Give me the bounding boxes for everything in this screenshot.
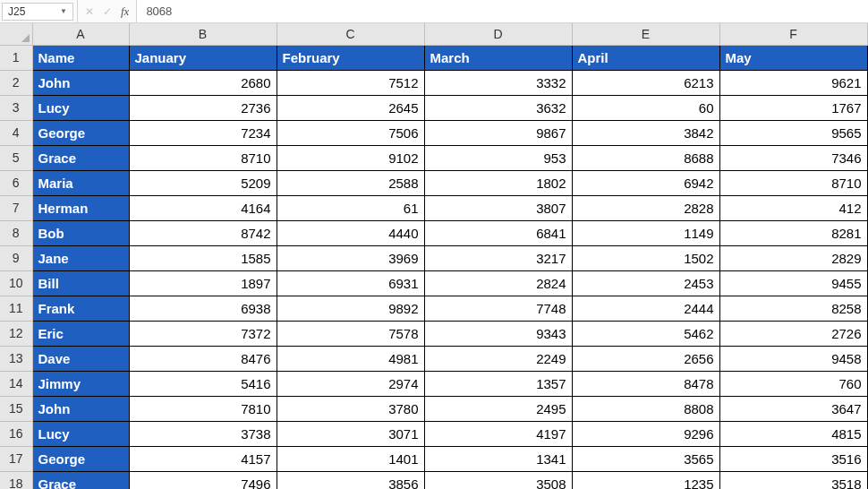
data-cell[interactable]: 8478: [572, 371, 719, 396]
data-cell[interactable]: 5416: [129, 371, 277, 396]
row-header[interactable]: 15: [0, 396, 32, 421]
name-cell[interactable]: Grace: [32, 145, 129, 170]
data-cell[interactable]: 8808: [572, 396, 719, 421]
name-cell[interactable]: Bob: [32, 220, 129, 245]
column-header[interactable]: F: [719, 23, 867, 45]
data-cell[interactable]: 2588: [277, 170, 424, 195]
data-cell[interactable]: 9867: [424, 120, 572, 145]
data-cell[interactable]: 3518: [719, 471, 867, 489]
data-cell[interactable]: 8476: [129, 346, 277, 371]
name-cell[interactable]: John: [32, 70, 129, 95]
data-cell[interactable]: 8710: [129, 145, 277, 170]
data-cell[interactable]: 4981: [277, 346, 424, 371]
data-cell[interactable]: 9102: [277, 145, 424, 170]
data-cell[interactable]: 2736: [129, 95, 277, 120]
row-header[interactable]: 3: [0, 95, 32, 120]
data-cell[interactable]: 7578: [277, 321, 424, 346]
row-header[interactable]: 16: [0, 421, 32, 446]
name-cell[interactable]: Dave: [32, 346, 129, 371]
data-cell[interactable]: 3807: [424, 195, 572, 220]
row-header[interactable]: 5: [0, 145, 32, 170]
data-cell[interactable]: 2824: [424, 270, 572, 296]
data-cell[interactable]: 4157: [129, 446, 277, 471]
data-cell[interactable]: 1341: [424, 446, 572, 471]
data-cell[interactable]: 6931: [277, 270, 424, 296]
data-cell[interactable]: 2249: [424, 346, 572, 371]
table-header-cell[interactable]: Name: [32, 45, 129, 70]
data-cell[interactable]: 1401: [277, 446, 424, 471]
data-cell[interactable]: 4815: [719, 421, 867, 446]
data-cell[interactable]: 6841: [424, 220, 572, 245]
data-cell[interactable]: 3508: [424, 471, 572, 489]
row-header[interactable]: 7: [0, 195, 32, 220]
row-header[interactable]: 6: [0, 170, 32, 195]
data-cell[interactable]: 1149: [572, 220, 719, 245]
data-cell[interactable]: 7496: [129, 471, 277, 489]
row-header[interactable]: 13: [0, 346, 32, 371]
name-cell[interactable]: George: [32, 446, 129, 471]
name-cell[interactable]: Jane: [32, 245, 129, 270]
row-header[interactable]: 18: [0, 471, 32, 489]
data-cell[interactable]: 1585: [129, 245, 277, 270]
name-cell[interactable]: Lucy: [32, 95, 129, 120]
data-cell[interactable]: 3856: [277, 471, 424, 489]
data-cell[interactable]: 2645: [277, 95, 424, 120]
data-cell[interactable]: 8742: [129, 220, 277, 245]
data-cell[interactable]: 60: [572, 95, 719, 120]
data-cell[interactable]: 3780: [277, 396, 424, 421]
name-box[interactable]: J25 ▼: [2, 3, 73, 21]
table-header-cell[interactable]: February: [277, 45, 424, 70]
row-header[interactable]: 12: [0, 321, 32, 346]
row-header[interactable]: 11: [0, 296, 32, 321]
data-cell[interactable]: 9892: [277, 296, 424, 321]
table-header-cell[interactable]: May: [719, 45, 867, 70]
table-header-cell[interactable]: January: [129, 45, 277, 70]
data-cell[interactable]: 7372: [129, 321, 277, 346]
cancel-icon[interactable]: ✕: [85, 5, 94, 18]
column-header[interactable]: E: [572, 23, 719, 45]
data-cell[interactable]: 6942: [572, 170, 719, 195]
name-cell[interactable]: Herman: [32, 195, 129, 220]
data-cell[interactable]: 8281: [719, 220, 867, 245]
row-header[interactable]: 2: [0, 70, 32, 95]
data-cell[interactable]: 3632: [424, 95, 572, 120]
data-cell[interactable]: 3969: [277, 245, 424, 270]
row-header[interactable]: 14: [0, 371, 32, 396]
data-cell[interactable]: 3565: [572, 446, 719, 471]
data-cell[interactable]: 3647: [719, 396, 867, 421]
data-cell[interactable]: 1357: [424, 371, 572, 396]
data-cell[interactable]: 412: [719, 195, 867, 220]
data-cell[interactable]: 3332: [424, 70, 572, 95]
column-header[interactable]: D: [424, 23, 572, 45]
data-cell[interactable]: 1802: [424, 170, 572, 195]
name-cell[interactable]: George: [32, 120, 129, 145]
data-cell[interactable]: 7346: [719, 145, 867, 170]
data-cell[interactable]: 8710: [719, 170, 867, 195]
data-cell[interactable]: 8258: [719, 296, 867, 321]
name-cell[interactable]: Jimmy: [32, 371, 129, 396]
dropdown-arrow-icon[interactable]: ▼: [60, 7, 67, 15]
data-cell[interactable]: 7506: [277, 120, 424, 145]
data-cell[interactable]: 4164: [129, 195, 277, 220]
data-cell[interactable]: 8688: [572, 145, 719, 170]
row-header[interactable]: 1: [0, 45, 32, 70]
data-cell[interactable]: 7512: [277, 70, 424, 95]
data-cell[interactable]: 2680: [129, 70, 277, 95]
data-cell[interactable]: 6213: [572, 70, 719, 95]
formula-input[interactable]: 8068: [136, 0, 868, 22]
table-header-cell[interactable]: March: [424, 45, 572, 70]
data-cell[interactable]: 3738: [129, 421, 277, 446]
name-cell[interactable]: Grace: [32, 471, 129, 489]
column-header[interactable]: A: [32, 23, 129, 45]
data-cell[interactable]: 5462: [572, 321, 719, 346]
data-cell[interactable]: 1897: [129, 270, 277, 296]
name-cell[interactable]: Eric: [32, 321, 129, 346]
data-cell[interactable]: 2828: [572, 195, 719, 220]
data-cell[interactable]: 9455: [719, 270, 867, 296]
data-cell[interactable]: 2726: [719, 321, 867, 346]
data-cell[interactable]: 2829: [719, 245, 867, 270]
data-cell[interactable]: 2656: [572, 346, 719, 371]
data-cell[interactable]: 1502: [572, 245, 719, 270]
data-cell[interactable]: 1235: [572, 471, 719, 489]
data-cell[interactable]: 9296: [572, 421, 719, 446]
